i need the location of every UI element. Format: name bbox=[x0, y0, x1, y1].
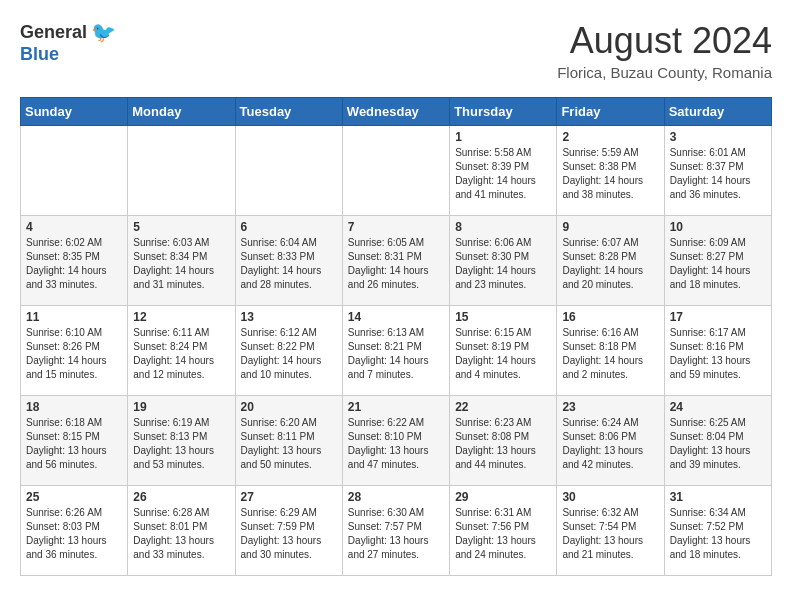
day-number: 23 bbox=[562, 400, 658, 414]
day-cell: 1Sunrise: 5:58 AMSunset: 8:39 PMDaylight… bbox=[450, 126, 557, 216]
day-cell: 25Sunrise: 6:26 AMSunset: 8:03 PMDayligh… bbox=[21, 486, 128, 576]
day-info: Sunrise: 6:09 AMSunset: 8:27 PMDaylight:… bbox=[670, 236, 766, 292]
day-number: 3 bbox=[670, 130, 766, 144]
day-info: Sunrise: 6:19 AMSunset: 8:13 PMDaylight:… bbox=[133, 416, 229, 472]
day-number: 15 bbox=[455, 310, 551, 324]
header-tuesday: Tuesday bbox=[235, 98, 342, 126]
header-sunday: Sunday bbox=[21, 98, 128, 126]
day-info: Sunrise: 6:18 AMSunset: 8:15 PMDaylight:… bbox=[26, 416, 122, 472]
day-number: 30 bbox=[562, 490, 658, 504]
day-info: Sunrise: 6:20 AMSunset: 8:11 PMDaylight:… bbox=[241, 416, 337, 472]
day-info: Sunrise: 6:22 AMSunset: 8:10 PMDaylight:… bbox=[348, 416, 444, 472]
day-cell: 14Sunrise: 6:13 AMSunset: 8:21 PMDayligh… bbox=[342, 306, 449, 396]
day-number: 29 bbox=[455, 490, 551, 504]
day-number: 25 bbox=[26, 490, 122, 504]
day-info: Sunrise: 6:06 AMSunset: 8:30 PMDaylight:… bbox=[455, 236, 551, 292]
day-cell: 17Sunrise: 6:17 AMSunset: 8:16 PMDayligh… bbox=[664, 306, 771, 396]
calendar-table: SundayMondayTuesdayWednesdayThursdayFrid… bbox=[20, 97, 772, 576]
day-number: 31 bbox=[670, 490, 766, 504]
day-number: 13 bbox=[241, 310, 337, 324]
day-info: Sunrise: 6:26 AMSunset: 8:03 PMDaylight:… bbox=[26, 506, 122, 562]
day-cell: 13Sunrise: 6:12 AMSunset: 8:22 PMDayligh… bbox=[235, 306, 342, 396]
day-info: Sunrise: 6:07 AMSunset: 8:28 PMDaylight:… bbox=[562, 236, 658, 292]
logo-blue-text: Blue bbox=[20, 44, 59, 65]
title-block: August 2024 Florica, Buzau County, Roman… bbox=[557, 20, 772, 81]
day-number: 4 bbox=[26, 220, 122, 234]
week-row-4: 18Sunrise: 6:18 AMSunset: 8:15 PMDayligh… bbox=[21, 396, 772, 486]
day-cell: 30Sunrise: 6:32 AMSunset: 7:54 PMDayligh… bbox=[557, 486, 664, 576]
day-cell bbox=[128, 126, 235, 216]
header-thursday: Thursday bbox=[450, 98, 557, 126]
day-cell: 21Sunrise: 6:22 AMSunset: 8:10 PMDayligh… bbox=[342, 396, 449, 486]
day-info: Sunrise: 6:01 AMSunset: 8:37 PMDaylight:… bbox=[670, 146, 766, 202]
day-number: 10 bbox=[670, 220, 766, 234]
day-number: 11 bbox=[26, 310, 122, 324]
day-number: 28 bbox=[348, 490, 444, 504]
day-cell: 5Sunrise: 6:03 AMSunset: 8:34 PMDaylight… bbox=[128, 216, 235, 306]
header-friday: Friday bbox=[557, 98, 664, 126]
day-cell: 8Sunrise: 6:06 AMSunset: 8:30 PMDaylight… bbox=[450, 216, 557, 306]
day-info: Sunrise: 6:04 AMSunset: 8:33 PMDaylight:… bbox=[241, 236, 337, 292]
day-info: Sunrise: 6:30 AMSunset: 7:57 PMDaylight:… bbox=[348, 506, 444, 562]
logo-general-text: General bbox=[20, 22, 87, 43]
day-cell: 27Sunrise: 6:29 AMSunset: 7:59 PMDayligh… bbox=[235, 486, 342, 576]
week-row-5: 25Sunrise: 6:26 AMSunset: 8:03 PMDayligh… bbox=[21, 486, 772, 576]
day-info: Sunrise: 6:23 AMSunset: 8:08 PMDaylight:… bbox=[455, 416, 551, 472]
week-row-2: 4Sunrise: 6:02 AMSunset: 8:35 PMDaylight… bbox=[21, 216, 772, 306]
day-cell: 7Sunrise: 6:05 AMSunset: 8:31 PMDaylight… bbox=[342, 216, 449, 306]
day-cell: 18Sunrise: 6:18 AMSunset: 8:15 PMDayligh… bbox=[21, 396, 128, 486]
day-info: Sunrise: 6:02 AMSunset: 8:35 PMDaylight:… bbox=[26, 236, 122, 292]
day-number: 16 bbox=[562, 310, 658, 324]
day-info: Sunrise: 6:31 AMSunset: 7:56 PMDaylight:… bbox=[455, 506, 551, 562]
day-cell bbox=[235, 126, 342, 216]
day-cell: 10Sunrise: 6:09 AMSunset: 8:27 PMDayligh… bbox=[664, 216, 771, 306]
day-number: 24 bbox=[670, 400, 766, 414]
location-subtitle: Florica, Buzau County, Romania bbox=[557, 64, 772, 81]
day-cell: 4Sunrise: 6:02 AMSunset: 8:35 PMDaylight… bbox=[21, 216, 128, 306]
logo-bird-icon: 🐦 bbox=[91, 20, 116, 44]
header-wednesday: Wednesday bbox=[342, 98, 449, 126]
day-info: Sunrise: 6:34 AMSunset: 7:52 PMDaylight:… bbox=[670, 506, 766, 562]
day-info: Sunrise: 6:11 AMSunset: 8:24 PMDaylight:… bbox=[133, 326, 229, 382]
day-info: Sunrise: 5:58 AMSunset: 8:39 PMDaylight:… bbox=[455, 146, 551, 202]
day-info: Sunrise: 6:29 AMSunset: 7:59 PMDaylight:… bbox=[241, 506, 337, 562]
day-info: Sunrise: 5:59 AMSunset: 8:38 PMDaylight:… bbox=[562, 146, 658, 202]
day-info: Sunrise: 6:25 AMSunset: 8:04 PMDaylight:… bbox=[670, 416, 766, 472]
day-cell bbox=[21, 126, 128, 216]
day-cell: 28Sunrise: 6:30 AMSunset: 7:57 PMDayligh… bbox=[342, 486, 449, 576]
day-info: Sunrise: 6:15 AMSunset: 8:19 PMDaylight:… bbox=[455, 326, 551, 382]
day-number: 7 bbox=[348, 220, 444, 234]
day-cell: 24Sunrise: 6:25 AMSunset: 8:04 PMDayligh… bbox=[664, 396, 771, 486]
day-number: 5 bbox=[133, 220, 229, 234]
day-number: 27 bbox=[241, 490, 337, 504]
day-cell: 2Sunrise: 5:59 AMSunset: 8:38 PMDaylight… bbox=[557, 126, 664, 216]
week-row-1: 1Sunrise: 5:58 AMSunset: 8:39 PMDaylight… bbox=[21, 126, 772, 216]
day-number: 20 bbox=[241, 400, 337, 414]
day-number: 12 bbox=[133, 310, 229, 324]
day-info: Sunrise: 6:24 AMSunset: 8:06 PMDaylight:… bbox=[562, 416, 658, 472]
calendar-header-row: SundayMondayTuesdayWednesdayThursdayFrid… bbox=[21, 98, 772, 126]
day-number: 18 bbox=[26, 400, 122, 414]
day-cell: 9Sunrise: 6:07 AMSunset: 8:28 PMDaylight… bbox=[557, 216, 664, 306]
day-cell: 29Sunrise: 6:31 AMSunset: 7:56 PMDayligh… bbox=[450, 486, 557, 576]
day-number: 14 bbox=[348, 310, 444, 324]
day-cell: 20Sunrise: 6:20 AMSunset: 8:11 PMDayligh… bbox=[235, 396, 342, 486]
day-number: 21 bbox=[348, 400, 444, 414]
day-number: 19 bbox=[133, 400, 229, 414]
day-info: Sunrise: 6:17 AMSunset: 8:16 PMDaylight:… bbox=[670, 326, 766, 382]
day-info: Sunrise: 6:03 AMSunset: 8:34 PMDaylight:… bbox=[133, 236, 229, 292]
day-info: Sunrise: 6:32 AMSunset: 7:54 PMDaylight:… bbox=[562, 506, 658, 562]
day-number: 8 bbox=[455, 220, 551, 234]
day-cell: 11Sunrise: 6:10 AMSunset: 8:26 PMDayligh… bbox=[21, 306, 128, 396]
day-cell: 22Sunrise: 6:23 AMSunset: 8:08 PMDayligh… bbox=[450, 396, 557, 486]
logo: General 🐦 Blue bbox=[20, 20, 116, 65]
header-monday: Monday bbox=[128, 98, 235, 126]
day-info: Sunrise: 6:28 AMSunset: 8:01 PMDaylight:… bbox=[133, 506, 229, 562]
day-number: 9 bbox=[562, 220, 658, 234]
day-info: Sunrise: 6:16 AMSunset: 8:18 PMDaylight:… bbox=[562, 326, 658, 382]
day-info: Sunrise: 6:12 AMSunset: 8:22 PMDaylight:… bbox=[241, 326, 337, 382]
day-cell: 3Sunrise: 6:01 AMSunset: 8:37 PMDaylight… bbox=[664, 126, 771, 216]
day-cell: 12Sunrise: 6:11 AMSunset: 8:24 PMDayligh… bbox=[128, 306, 235, 396]
day-cell: 19Sunrise: 6:19 AMSunset: 8:13 PMDayligh… bbox=[128, 396, 235, 486]
month-year-title: August 2024 bbox=[557, 20, 772, 62]
